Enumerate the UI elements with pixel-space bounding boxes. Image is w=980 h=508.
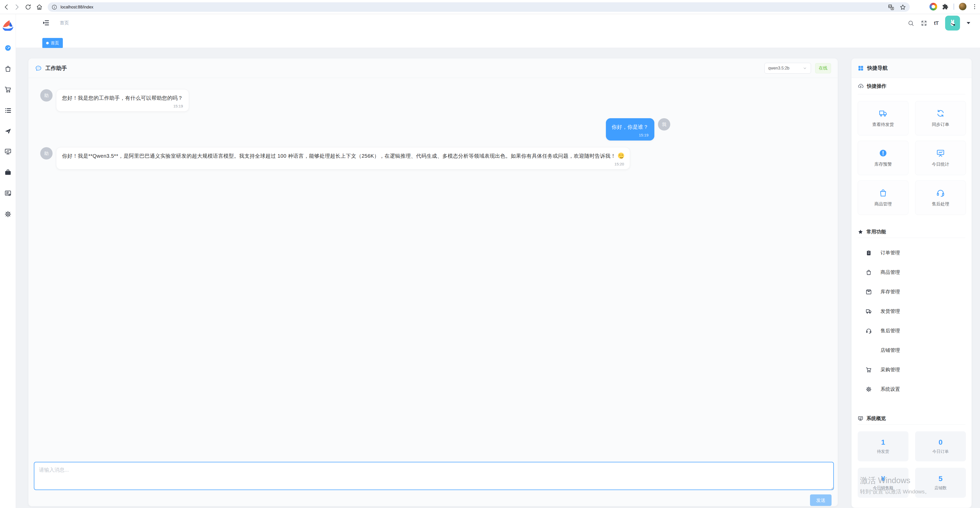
reload-icon[interactable] (25, 3, 32, 11)
stat-shop-count: 5 店铺数 (915, 468, 966, 498)
stat-value: 0 (939, 438, 943, 446)
chart-board-icon (936, 149, 945, 158)
tags-view-bar: 首页 (16, 32, 980, 48)
common-fn-list: 订单管理 商品管理 库存管理 发货管理 售后管理 (858, 245, 966, 397)
puzzle-icon[interactable] (942, 3, 949, 10)
stat-label: 待发货 (877, 449, 889, 454)
rabbit-avatar-icon (948, 19, 957, 27)
send-button[interactable]: 发送 (810, 494, 832, 506)
quick-op-label: 商品管理 (874, 201, 892, 207)
fn-item-aftersale[interactable]: 售后管理 (858, 323, 966, 339)
fn-item-shipping[interactable]: 发货管理 (858, 304, 966, 319)
orders-list-icon[interactable] (4, 107, 11, 114)
model-select-value: qwen3.5:2b (768, 66, 789, 70)
tab-home-label: 首页 (51, 40, 59, 46)
cart-icon[interactable] (4, 86, 11, 93)
user-avatar[interactable] (945, 16, 960, 30)
search-icon[interactable] (908, 20, 914, 26)
quick-op-label: 售后处理 (932, 201, 949, 207)
dashboard-icon[interactable] (4, 45, 11, 51)
fn-item-settings[interactable]: 系统设置 (858, 382, 966, 397)
fn-item-label: 系统设置 (880, 386, 900, 393)
tab-home[interactable]: 首页 (42, 38, 63, 48)
main-content: 工作助手 qwen3.5:2b 在线 助 您好！我是您的工作助手，有什么可以帮助… (16, 48, 980, 508)
fullscreen-icon[interactable] (921, 20, 927, 26)
star-icon (858, 229, 863, 235)
chat-title: 工作助手 (45, 65, 67, 72)
truck-icon (879, 109, 888, 118)
assistant-bubble: 您好！我是您的工作助手，有什么可以帮助您的吗？ 15:19 (56, 89, 189, 111)
url-text[interactable]: localhost:88/index (60, 5, 93, 10)
address-bar[interactable]: localhost:88/index (48, 2, 910, 12)
fn-item-label: 商品管理 (880, 269, 900, 275)
fn-item-inventory[interactable]: 库存管理 (858, 284, 966, 299)
message-list: 助 您好！我是您的工作助手，有什么可以帮助您的吗？ 15:19 你好，你是谁？ … (40, 78, 670, 169)
headset-icon (865, 328, 872, 334)
briefcase-icon[interactable] (4, 169, 11, 176)
stat-today-sales: ¥ 今日销售额 (858, 468, 908, 498)
quick-op-label: 今日统计 (932, 161, 949, 167)
bolt-cloud-icon (858, 83, 864, 89)
smile-emoji (618, 153, 624, 159)
bag-icon (879, 188, 888, 197)
section-overview: 系统概览 (858, 412, 966, 425)
monitor-chart-icon[interactable] (4, 148, 11, 155)
stat-label: 今日销售额 (873, 486, 893, 491)
message-time: 15:19 (62, 104, 183, 108)
home-icon[interactable] (36, 3, 43, 11)
status-badge: 在线 (815, 63, 831, 73)
fn-item-shops[interactable]: 店铺管理 (858, 342, 966, 358)
caret-down-icon[interactable] (967, 22, 970, 24)
section-quick-ops: 快捷操作 (858, 78, 966, 94)
chat-bubble-icon (35, 65, 42, 72)
profile-avatar[interactable] (959, 3, 967, 11)
quick-op-pending-ship[interactable]: 查看待发货 (858, 101, 908, 135)
font-size-icon[interactable]: tT (934, 20, 939, 26)
clipboard-icon (865, 250, 872, 256)
quick-op-label: 查看待发货 (872, 121, 894, 127)
stat-value: ¥ (881, 475, 885, 483)
bookmark-star-icon[interactable] (899, 4, 906, 11)
quick-op-label: 库存预警 (874, 161, 892, 167)
translate-icon[interactable] (888, 4, 894, 11)
quick-op-today-stats[interactable]: 今日统计 (915, 141, 966, 175)
chat-header: 工作助手 qwen3.5:2b 在线 (29, 59, 838, 78)
shipping-plane-icon[interactable] (4, 128, 11, 135)
server-gear-icon[interactable] (4, 190, 11, 197)
products-bag-icon[interactable] (4, 65, 11, 72)
quick-op-sync-orders[interactable]: 同步订单 (915, 101, 966, 135)
fn-item-label: 库存管理 (880, 288, 900, 295)
forward-icon[interactable] (13, 3, 20, 11)
site-info-icon[interactable] (51, 4, 57, 10)
breadcrumb[interactable]: 首页 (60, 20, 69, 26)
app-header: 首页 tT (16, 14, 980, 32)
fn-item-products[interactable]: 商品管理 (858, 264, 966, 280)
chat-card: 工作助手 qwen3.5:2b 在线 助 您好！我是您的工作助手，有什么可以帮助… (28, 58, 838, 506)
model-select[interactable]: qwen3.5:2b (764, 63, 811, 73)
gear-icon (865, 386, 872, 392)
stat-today-orders: 0 今日订单 (915, 432, 966, 461)
extension-ring-icon[interactable] (929, 3, 937, 11)
user-bubble: 你好，你是谁？ 15:19 (606, 118, 655, 140)
blank-icon (865, 347, 872, 354)
quick-ops-grid: 查看待发货 同步订单 库存预警 今日统计 商品管理 (858, 101, 966, 215)
settings-gear-icon[interactable] (4, 210, 11, 218)
grid-icon (858, 65, 864, 71)
fn-item-orders[interactable]: 订单管理 (858, 245, 966, 261)
kebab-menu-icon[interactable] (971, 3, 978, 10)
bag-icon (865, 269, 872, 275)
quick-op-product-mgmt[interactable]: 商品管理 (858, 180, 908, 215)
app-logo[interactable] (2, 20, 14, 31)
fn-item-purchase[interactable]: 采购管理 (858, 362, 966, 377)
message-input[interactable] (34, 462, 834, 490)
menu-fold-icon[interactable] (42, 19, 49, 26)
user-chat-avatar: 我 (658, 118, 670, 131)
message-time: 15:19 (612, 133, 649, 137)
quick-op-stock-alert[interactable]: 库存预警 (858, 141, 908, 175)
fn-item-label: 售后管理 (880, 328, 900, 334)
assistant-avatar: 助 (40, 89, 52, 102)
message-time: 15:20 (62, 162, 624, 166)
quick-op-aftersale[interactable]: 售后处理 (915, 180, 966, 215)
quick-op-label: 同步订单 (932, 121, 949, 127)
back-icon[interactable] (3, 3, 10, 11)
